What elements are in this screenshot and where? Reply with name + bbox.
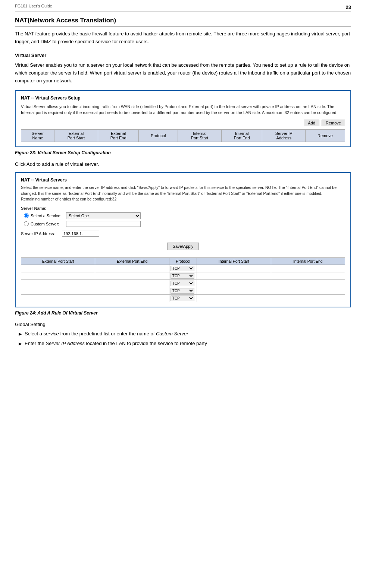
port-row: TCPUDP xyxy=(21,295,345,302)
figure23-screenshot: NAT -- Virtual Servers Setup Virtual Ser… xyxy=(15,90,351,147)
radio-custom-server-input[interactable] xyxy=(24,221,29,226)
ss2-title: NAT -- Virtual Servers xyxy=(21,177,345,183)
select-service-row: Select a Service: Select One xyxy=(21,212,345,219)
custom-server-row: Custom Server: xyxy=(21,221,345,227)
int-port-end-5[interactable] xyxy=(272,296,340,301)
page-number: 23 xyxy=(346,4,351,10)
radio-custom-server xyxy=(24,221,29,227)
bullet-arrow-2: ▶ xyxy=(19,341,22,347)
protocol-select-3[interactable]: TCPUDP xyxy=(171,281,194,286)
ss-desc: Virtual Server allows you to direct inco… xyxy=(21,104,345,116)
figure24-caption: Figure 24: Add A Rule Of Virtual Server xyxy=(15,310,351,316)
port-row: TCPUDP xyxy=(21,280,345,287)
save-apply-row: Save/Apply xyxy=(21,240,345,254)
int-port-end-3[interactable] xyxy=(272,281,340,286)
bullet-item-1: ▶ Select a service from the predefined l… xyxy=(19,330,351,338)
save-apply-button[interactable]: Save/Apply xyxy=(167,243,199,250)
protocol-select-5[interactable]: TCPUDP xyxy=(171,295,194,301)
col-protocol: Protocol xyxy=(139,129,178,142)
int-port-start-3[interactable] xyxy=(198,281,266,286)
port-row: TCPUDP xyxy=(21,265,345,272)
bullet-text-2: Enter the Server IP Address located in t… xyxy=(25,340,207,347)
virtual-server-title: Virtual Server xyxy=(15,53,351,58)
ss2-desc: Select the service name, and enter the s… xyxy=(21,185,345,202)
ext-port-start-2[interactable] xyxy=(22,274,90,278)
ext-port-start-3[interactable] xyxy=(22,281,90,286)
guide-title: FG101 User's Guide xyxy=(15,4,52,8)
select-service-label: Select a Service: xyxy=(31,214,66,218)
protocol-select-2[interactable]: TCPUDP xyxy=(171,273,194,279)
bullet-arrow-1: ▶ xyxy=(19,331,22,337)
col-server-name: ServerName xyxy=(21,129,54,142)
server-name-label: Server Name: xyxy=(21,206,62,211)
col-int-port-end: InternalPort End xyxy=(221,129,262,142)
add-button[interactable]: Add xyxy=(304,120,319,126)
server-ip-input[interactable] xyxy=(62,231,99,237)
ext-port-start-5[interactable] xyxy=(22,296,90,301)
int-port-end-2[interactable] xyxy=(272,274,340,278)
port-col-protocol: Protocol xyxy=(169,258,197,265)
virtual-server-description: Virtual Server enables you to run a serv… xyxy=(15,61,351,85)
col-ext-port-end: ExternalPort End xyxy=(98,129,139,142)
int-port-start-4[interactable] xyxy=(198,288,266,293)
server-name-row: Server Name: xyxy=(21,206,345,211)
section-title: NAT(Network Access Translation) xyxy=(15,17,351,26)
ext-port-start-1[interactable] xyxy=(22,266,90,271)
header-bar: FG101 User's Guide 23 xyxy=(15,4,351,12)
server-name-section: Server Name: Select a Service: Select On… xyxy=(21,206,345,227)
radio-select-service-input[interactable] xyxy=(24,213,29,218)
ext-port-end-5[interactable] xyxy=(96,296,164,301)
global-section: Global Setting ▶ Select a service from t… xyxy=(15,322,351,347)
server-ip-row: Server IP Address: xyxy=(21,231,345,237)
section-intro: The NAT feature provides the basic firew… xyxy=(15,30,351,46)
bullet-list: ▶ Select a service from the predefined l… xyxy=(15,330,351,347)
col-ext-port-start: ExternalPort Start xyxy=(54,129,98,142)
radio-select-service xyxy=(24,213,29,219)
page-container: FG101 User's Guide 23 NAT(Network Access… xyxy=(0,0,366,364)
remove-button[interactable]: Remove xyxy=(322,120,345,126)
int-port-end-4[interactable] xyxy=(272,288,340,293)
custom-server-label: Custom Server: xyxy=(31,222,66,226)
int-port-end-1[interactable] xyxy=(272,266,340,271)
server-ip-label: Server IP Address: xyxy=(21,231,62,236)
ss-buttons: Add Remove xyxy=(21,120,345,126)
port-col-int-end: Internal Port End xyxy=(271,258,345,265)
col-int-port-start: InternalPort Start xyxy=(178,129,222,142)
custom-server-italic: Custom Server xyxy=(156,331,188,336)
ss-title: NAT -- Virtual Servers Setup xyxy=(21,95,345,101)
protocol-select-1[interactable]: TCPUDP xyxy=(171,266,194,271)
col-server-ip: Server IPAddress xyxy=(262,129,306,142)
port-row: TCPUDP xyxy=(21,287,345,295)
col-remove: Remove xyxy=(306,129,345,142)
int-port-start-1[interactable] xyxy=(198,266,266,271)
bullet-text-1: Select a service from the predefined lis… xyxy=(25,330,188,338)
ext-port-end-3[interactable] xyxy=(96,281,164,286)
port-col-ext-end: External Port End xyxy=(95,258,169,265)
port-row: TCPUDP xyxy=(21,272,345,280)
figure24-screenshot: NAT -- Virtual Servers Select the servic… xyxy=(15,172,351,307)
click-add-text: Click Add to add a rule of virtual serve… xyxy=(15,161,351,167)
ext-port-end-1[interactable] xyxy=(96,266,164,271)
ext-port-end-2[interactable] xyxy=(96,274,164,278)
int-port-start-5[interactable] xyxy=(198,296,266,301)
port-col-ext-start: External Port Start xyxy=(21,258,95,265)
int-port-start-2[interactable] xyxy=(198,274,266,278)
port-col-int-start: Internal Port Start xyxy=(197,258,271,265)
virtual-servers-table: ServerName ExternalPort Start ExternalPo… xyxy=(21,129,345,142)
figure23-caption: Figure 23: Virtual Server Setup Configur… xyxy=(15,150,351,155)
port-table: External Port Start External Port End Pr… xyxy=(21,257,345,302)
service-italic: service xyxy=(44,331,59,336)
custom-server-input[interactable] xyxy=(66,221,141,227)
server-ip-italic: Server IP Address xyxy=(46,341,85,346)
protocol-select-4[interactable]: TCPUDP xyxy=(171,288,194,294)
global-setting-title: Global Setting xyxy=(15,322,351,327)
bullet-item-2: ▶ Enter the Server IP Address located in… xyxy=(19,340,351,347)
service-select[interactable]: Select One xyxy=(66,212,141,219)
ext-port-end-4[interactable] xyxy=(96,288,164,293)
ext-port-start-4[interactable] xyxy=(22,288,90,293)
